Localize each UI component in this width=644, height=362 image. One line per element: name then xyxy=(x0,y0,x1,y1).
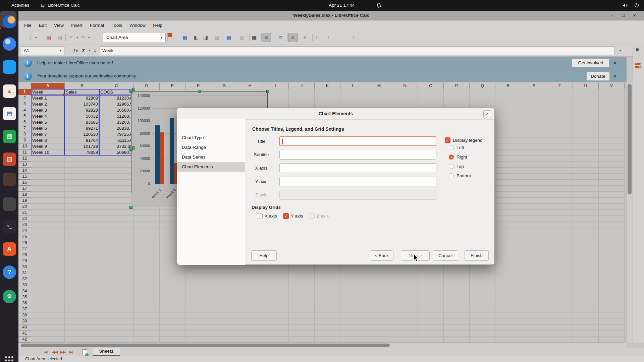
cell[interactable] xyxy=(31,234,65,240)
cell[interactable] xyxy=(340,264,366,270)
cell[interactable] xyxy=(495,222,521,228)
row-header-31[interactable]: 31 xyxy=(18,270,31,276)
cell[interactable] xyxy=(495,282,521,288)
cell[interactable] xyxy=(573,149,599,156)
cell[interactable] xyxy=(599,174,625,180)
cell[interactable] xyxy=(573,192,599,198)
cell[interactable] xyxy=(99,300,134,306)
cell[interactable] xyxy=(495,210,521,216)
minimize-button[interactable]: − xyxy=(608,12,616,19)
cell[interactable] xyxy=(185,264,211,270)
cell[interactable] xyxy=(495,252,521,258)
cell[interactable] xyxy=(65,192,99,198)
cell[interactable]: Week 9 xyxy=(31,143,65,149)
cell[interactable] xyxy=(315,300,340,306)
row-header-4[interactable]: 4 xyxy=(18,107,31,113)
cell[interactable] xyxy=(160,264,185,270)
cell[interactable] xyxy=(418,324,444,330)
wizard-step-chart-elements[interactable]: Chart Elements xyxy=(177,162,245,172)
cell[interactable] xyxy=(237,330,263,337)
activities-button[interactable]: Activities xyxy=(11,0,29,11)
vscode-icon[interactable] xyxy=(3,60,16,74)
cell[interactable] xyxy=(99,234,134,240)
save-button[interactable]: ↓ xyxy=(25,33,35,42)
cell[interactable]: 79725.8 xyxy=(99,131,134,137)
cell[interactable] xyxy=(160,324,185,330)
cell[interactable] xyxy=(521,288,547,294)
cell[interactable] xyxy=(599,101,625,107)
cell[interactable] xyxy=(495,149,521,156)
cell[interactable] xyxy=(160,312,185,318)
cell[interactable] xyxy=(573,125,599,131)
cell[interactable] xyxy=(599,240,625,246)
infobar-close-icon[interactable]: × xyxy=(611,58,618,67)
cell[interactable] xyxy=(470,288,495,294)
cell[interactable] xyxy=(573,264,599,270)
cell[interactable] xyxy=(599,234,625,240)
cell[interactable] xyxy=(521,222,547,228)
cell[interactable] xyxy=(495,95,521,101)
column-header-O[interactable]: O xyxy=(418,83,444,89)
cell[interactable] xyxy=(599,186,625,192)
cell[interactable] xyxy=(547,107,573,113)
cell[interactable] xyxy=(99,192,134,198)
column-header-T[interactable]: T xyxy=(547,83,573,89)
cell[interactable] xyxy=(211,276,237,282)
cell[interactable]: Week 2 xyxy=(31,101,65,107)
cell[interactable] xyxy=(470,270,495,276)
cell[interactable] xyxy=(418,282,444,288)
data-ranges-button[interactable]: ▦ xyxy=(224,33,233,42)
cell[interactable] xyxy=(573,270,599,276)
cell[interactable] xyxy=(573,156,599,162)
column-header-N[interactable]: N xyxy=(392,83,418,89)
back-button[interactable]: < Back xyxy=(370,250,393,261)
help-button[interactable]: Help xyxy=(251,250,277,261)
cell[interactable] xyxy=(521,216,547,222)
cell[interactable] xyxy=(185,288,211,294)
cell[interactable] xyxy=(599,337,625,343)
cell[interactable] xyxy=(263,300,289,306)
cell[interactable] xyxy=(160,276,185,282)
name-box-dropdown-icon[interactable]: ▾ xyxy=(60,47,61,55)
cell[interactable] xyxy=(599,131,625,137)
cell[interactable] xyxy=(99,222,134,228)
cell[interactable] xyxy=(160,306,185,312)
cell[interactable] xyxy=(470,324,495,330)
cell[interactable] xyxy=(521,324,547,330)
cell[interactable] xyxy=(495,270,521,276)
menu-window[interactable]: Window xyxy=(126,20,149,31)
cell[interactable] xyxy=(99,174,134,180)
cell[interactable] xyxy=(366,330,392,337)
cell[interactable] xyxy=(599,276,625,282)
cell[interactable] xyxy=(65,216,99,222)
legend-toggle-button[interactable]: ≡ xyxy=(262,33,271,42)
cell[interactable] xyxy=(134,318,160,324)
cell[interactable] xyxy=(521,95,547,101)
cell[interactable] xyxy=(495,156,521,162)
row-header-35[interactable]: 35 xyxy=(18,294,31,300)
grid-checkbox-x-axis[interactable] xyxy=(257,213,263,219)
cell[interactable] xyxy=(573,337,599,343)
menu-format[interactable]: Format xyxy=(86,20,108,31)
cell[interactable] xyxy=(547,101,573,107)
cell[interactable] xyxy=(134,276,160,282)
row-header-16[interactable]: 16 xyxy=(18,180,31,186)
cell[interactable] xyxy=(392,282,418,288)
row-header-19[interactable]: 19 xyxy=(18,198,31,204)
cell[interactable] xyxy=(495,113,521,119)
cell[interactable] xyxy=(418,101,444,107)
cell[interactable] xyxy=(366,294,392,300)
cell[interactable] xyxy=(418,95,444,101)
cell[interactable] xyxy=(599,246,625,252)
cell[interactable] xyxy=(315,101,340,107)
cell[interactable] xyxy=(31,330,65,337)
cell[interactable] xyxy=(495,318,521,324)
cell[interactable] xyxy=(315,270,340,276)
cell[interactable] xyxy=(521,143,547,149)
cell[interactable] xyxy=(599,264,625,270)
cell[interactable] xyxy=(31,246,65,252)
cell[interactable] xyxy=(263,282,289,288)
cell[interactable] xyxy=(444,337,470,343)
cell[interactable] xyxy=(470,264,495,270)
expand-formula-bar-icon[interactable]: ▾ xyxy=(617,46,623,55)
